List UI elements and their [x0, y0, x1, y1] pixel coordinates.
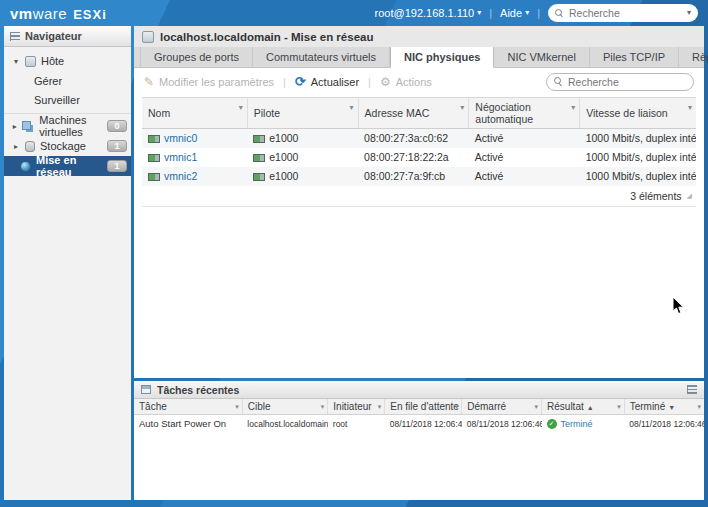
resize-gripper-icon[interactable]: ◢ — [687, 192, 692, 200]
vm-icon — [22, 121, 31, 130]
sidebar-item-label: Machines virtuelles — [39, 114, 102, 138]
sidebar-item-monitor[interactable]: Surveiller — [4, 90, 131, 109]
mac-value: 08:00:27:18:22:2a — [358, 148, 469, 167]
refresh-icon: ⟳ — [295, 75, 306, 88]
nic-icon — [148, 135, 160, 143]
content-column: localhost.localdomain - Mise en réseau G… — [134, 26, 704, 500]
column-menu-icon[interactable]: ▾ — [688, 103, 692, 112]
divider: | — [489, 7, 492, 19]
search-icon — [555, 9, 564, 18]
column-menu-icon[interactable]: ▾ — [239, 103, 243, 112]
global-search-input[interactable] — [569, 7, 682, 19]
edit-settings-label: Modifier les paramètres — [159, 76, 274, 88]
navigator-icon — [10, 32, 20, 41]
host-icon — [142, 31, 154, 43]
search-icon — [554, 77, 563, 86]
column-menu-icon[interactable]: ▾ — [455, 403, 459, 411]
refresh-button[interactable]: ⟳ Actualiser — [295, 75, 359, 88]
column-header-autoneg[interactable]: Négociation automatique▾ — [469, 98, 580, 129]
recent-tasks-title: Tâches récentes — [157, 384, 239, 396]
chevron-right-icon[interactable]: ▸ — [12, 122, 17, 131]
gear-icon: ⚙ — [380, 76, 391, 88]
column-header-mac[interactable]: Adresse MAC▾ — [358, 98, 469, 129]
nic-link[interactable]: vmnic0 — [164, 132, 197, 144]
divider: | — [537, 7, 540, 19]
chevron-down-icon[interactable]: ▾ — [12, 57, 20, 66]
table-row[interactable]: vmnic2 e1000 08:00:27:7a:9f:cb Activé 10… — [142, 167, 696, 186]
global-search: ▾ — [548, 4, 698, 22]
items-count: 3 éléments — [630, 190, 681, 202]
count-badge: 1 — [107, 160, 127, 172]
column-header-linkspeed[interactable]: Vitesse de liaison▾ — [580, 98, 696, 129]
chevron-right-icon[interactable]: ▸ — [12, 142, 20, 151]
network-globe-icon — [20, 161, 31, 172]
task-result: ✓ Terminé — [547, 419, 620, 429]
navigator-title: Navigateur — [25, 30, 82, 42]
column-header-result[interactable]: Résultat▲▾ — [542, 399, 625, 415]
column-menu-icon[interactable]: ▾ — [235, 403, 239, 411]
sidebar-item-label: Gérer — [34, 75, 62, 87]
collapse-tasks-icon[interactable] — [687, 384, 697, 396]
sort-desc-icon: ▼ — [668, 404, 675, 411]
column-header-name[interactable]: Nom▾ — [142, 98, 247, 129]
tab-virtual-switches[interactable]: Commutateurs virtuels — [253, 47, 390, 67]
tasks-header-row: Tâche▾ Cible▾ Initiateur▾ En file d'atte… — [134, 399, 704, 415]
nic-link[interactable]: vmnic1 — [164, 151, 197, 163]
chevron-down-icon[interactable]: ▾ — [687, 9, 691, 17]
user-menu[interactable]: root@192.168.1.110 ▾ — [375, 7, 482, 19]
sidebar-item-networking[interactable]: Mise en réseau 1 — [4, 156, 131, 176]
edit-settings-button[interactable]: ✎ Modifier les paramètres — [144, 76, 274, 88]
tab-physical-nics[interactable]: NIC physiques — [390, 47, 494, 68]
topbar-right: root@192.168.1.110 ▾ | Aide ▾ | ▾ — [375, 4, 698, 22]
column-menu-icon[interactable]: ▾ — [617, 403, 621, 411]
column-menu-icon[interactable]: ▾ — [460, 103, 464, 112]
column-header-queued[interactable]: En file d'attente▾ — [385, 399, 462, 415]
logo-ware: ware — [33, 5, 68, 22]
task-target: localhost.localdomain — [242, 415, 328, 433]
tasks-panel-icon — [141, 385, 151, 394]
task-initiator: root — [328, 415, 385, 433]
task-queued: 08/11/2018 12:06:46 — [385, 415, 462, 433]
table-row[interactable]: vmnic0 e1000 08:00:27:3a:c0:62 Activé 10… — [142, 129, 696, 148]
help-menu[interactable]: Aide ▾ — [500, 7, 529, 19]
column-menu-icon[interactable]: ▾ — [571, 103, 575, 112]
toolbar: ✎ Modifier les paramètres | ⟳ Actualiser… — [134, 68, 704, 95]
mac-value: 08:00:27:3a:c0:62 — [358, 129, 469, 148]
networking-tabs: Groupes de ports Commutateurs virtuels N… — [134, 47, 704, 68]
column-menu-icon[interactable]: ▾ — [697, 403, 701, 411]
column-header-completed[interactable]: Terminé▼▾ — [624, 399, 704, 415]
task-row[interactable]: Auto Start Power On localhost.localdomai… — [134, 415, 704, 433]
driver-value: e1000 — [269, 132, 298, 144]
tab-port-groups[interactable]: Groupes de ports — [140, 47, 253, 67]
column-menu-icon[interactable]: ▾ — [350, 103, 354, 112]
table-row[interactable]: vmnic1 e1000 08:00:27:18:22:2a Activé 10… — [142, 148, 696, 167]
speed-value: 1000 Mbit/s, duplex intégral — [580, 129, 696, 148]
column-menu-icon[interactable]: ▾ — [378, 403, 382, 411]
table-search-input[interactable] — [568, 76, 686, 88]
navigator-header: Navigateur — [4, 26, 131, 47]
sidebar-item-virtual-machines[interactable]: ▸ Machines virtuelles 0 — [4, 116, 131, 136]
chevron-down-icon: ▾ — [477, 9, 481, 17]
success-check-icon: ✓ — [547, 419, 557, 429]
column-header-initiator[interactable]: Initiateur▾ — [328, 399, 385, 415]
vmware-esxi-logo: vmware ESXi — [10, 5, 107, 22]
actions-button[interactable]: ⚙ Actions — [380, 76, 432, 88]
tab-vmkernel-nics[interactable]: NIC VMkernel — [494, 47, 589, 67]
column-header-driver[interactable]: Pilote▾ — [247, 98, 358, 129]
column-header-target[interactable]: Cible▾ — [242, 399, 328, 415]
sidebar-item-storage[interactable]: ▸ Stockage 1 — [4, 136, 131, 156]
sidebar-item-host[interactable]: ▾ Hôte — [4, 51, 131, 71]
count-badge: 1 — [107, 140, 127, 152]
column-menu-icon[interactable]: ▾ — [321, 403, 325, 411]
nic-link[interactable]: vmnic2 — [164, 170, 197, 182]
user-menu-label: root@192.168.1.110 — [375, 7, 475, 19]
tab-tcpip-stacks[interactable]: Piles TCP/IP — [590, 47, 679, 67]
table-footer: 3 éléments ◢ — [142, 186, 696, 207]
column-menu-icon[interactable]: ▾ — [535, 403, 539, 411]
sidebar-item-manage[interactable]: Gérer — [4, 71, 131, 90]
tab-firewall-rules[interactable]: Règles du pare-feu — [679, 47, 708, 67]
column-header-task[interactable]: Tâche▾ — [134, 399, 242, 415]
table-header-row: Nom▾ Pilote▾ Adresse MAC▾ Négociation au… — [142, 98, 696, 129]
column-header-started[interactable]: Démarré▾ — [462, 399, 542, 415]
count-badge: 0 — [107, 120, 127, 132]
